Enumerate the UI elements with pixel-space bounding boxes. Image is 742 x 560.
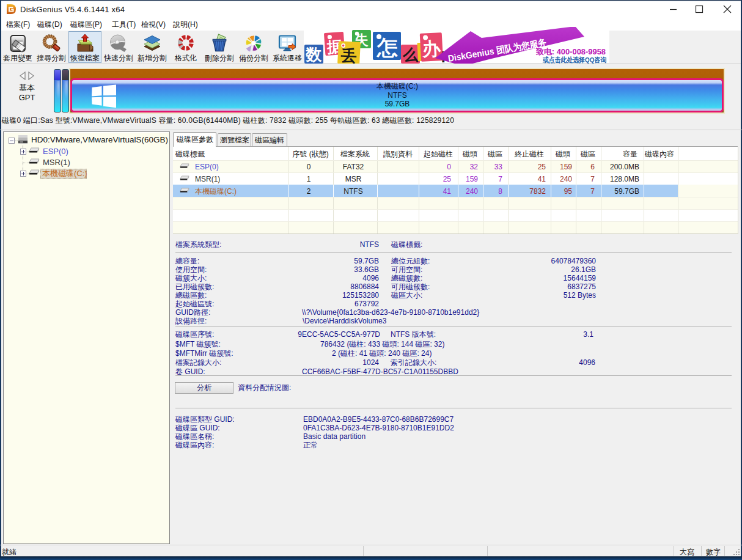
svg-text:致电: 400-008-9958: 致电: 400-008-9958 (535, 47, 606, 56)
svg-text:么: 么 (402, 46, 419, 63)
svg-text:怎: 怎 (376, 36, 398, 59)
svg-text:或点击此处选择QQ咨询: 或点击此处选择QQ咨询 (542, 56, 606, 64)
svg-text:数: 数 (306, 45, 322, 64)
svg-text:丢: 丢 (340, 46, 358, 64)
